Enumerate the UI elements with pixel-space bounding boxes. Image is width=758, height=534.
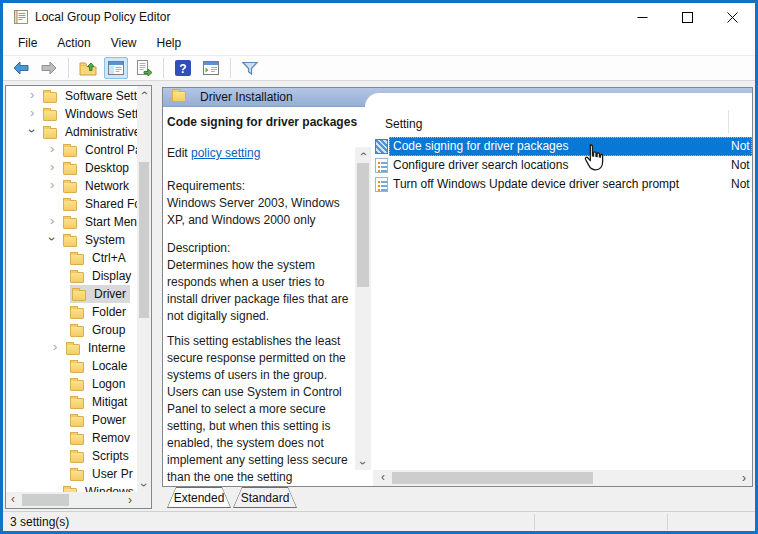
tree-item-power-management[interactable]: Power bbox=[6, 411, 137, 429]
toolbar-separator bbox=[68, 58, 69, 78]
tree-item-shared-folders[interactable]: Shared Fol bbox=[6, 195, 137, 213]
tree-item-user-profiles[interactable]: User Pr bbox=[6, 465, 137, 483]
menu-action[interactable]: Action bbox=[47, 33, 100, 53]
forward-icon[interactable] bbox=[37, 57, 61, 79]
folder-icon bbox=[70, 452, 84, 463]
tree-item-network[interactable]: ›Network bbox=[6, 177, 137, 195]
row-state: Not bbox=[731, 175, 750, 194]
tree-item-start-menu[interactable]: ›Start Menu bbox=[6, 213, 137, 231]
status-divider bbox=[667, 514, 668, 530]
selected-row-highlight[interactable]: Code signing for driver packages Not bbox=[389, 137, 752, 156]
folder-icon bbox=[70, 434, 84, 445]
tree-item-windows-settings[interactable]: ›Windows Sett bbox=[6, 105, 137, 123]
tab-extended[interactable]: Extended bbox=[167, 487, 231, 508]
minimize-button[interactable] bbox=[620, 3, 665, 31]
scroll-down-arrow[interactable]: › bbox=[356, 456, 370, 470]
maximize-button[interactable] bbox=[665, 3, 710, 31]
tree-item-folder-redirection[interactable]: Folder bbox=[6, 303, 137, 321]
scroll-left-arrow[interactable]: › bbox=[6, 493, 20, 507]
scroll-up-arrow[interactable]: › bbox=[356, 147, 370, 161]
export-list-icon[interactable] bbox=[132, 57, 156, 79]
folder-icon bbox=[70, 308, 84, 319]
description-paragraph-1: Description: Determines how the system r… bbox=[167, 240, 353, 325]
filter-icon[interactable] bbox=[238, 57, 262, 79]
toolbar-separator bbox=[230, 58, 231, 78]
tree-item-software-settings[interactable]: ›Software Setti bbox=[6, 87, 137, 105]
menu-view[interactable]: View bbox=[101, 33, 147, 53]
setting-column-header[interactable]: Setting bbox=[385, 117, 422, 131]
tree-item-display[interactable]: Display bbox=[6, 267, 137, 285]
up-one-level-icon[interactable] bbox=[76, 57, 100, 79]
folder-icon bbox=[63, 236, 77, 247]
scroll-up-arrow[interactable]: › bbox=[137, 86, 151, 100]
chevron-right-icon[interactable]: › bbox=[50, 180, 63, 190]
folder-icon bbox=[63, 200, 77, 211]
tree-vertical-scrollbar[interactable]: › › bbox=[137, 86, 151, 492]
tree-item-desktop[interactable]: ›Desktop bbox=[6, 159, 137, 177]
row-state: Not bbox=[731, 156, 750, 175]
folder-icon bbox=[72, 290, 86, 301]
close-button[interactable] bbox=[710, 3, 755, 31]
list-row-turn-off-wu-prompt[interactable]: Turn off Windows Update device driver se… bbox=[373, 175, 752, 194]
chevron-down-icon[interactable]: › bbox=[50, 234, 63, 244]
chevron-right-icon[interactable]: › bbox=[50, 144, 63, 154]
scroll-right-arrow[interactable]: › bbox=[123, 493, 137, 507]
scroll-down-arrow[interactable]: › bbox=[137, 478, 151, 492]
tree-item-control-panel[interactable]: ›Control Pa bbox=[6, 141, 137, 159]
chevron-down-icon[interactable]: › bbox=[30, 126, 43, 136]
chevron-right-icon[interactable]: › bbox=[50, 162, 63, 172]
edit-policy-setting-link[interactable]: policy setting bbox=[191, 146, 260, 160]
tree-item-group-policy[interactable]: Group bbox=[6, 321, 137, 339]
show-action-pane-icon[interactable] bbox=[199, 57, 223, 79]
row-state: Not bbox=[731, 137, 750, 156]
results-pane: Driver Installation Code signing for dri… bbox=[162, 87, 753, 487]
back-icon[interactable] bbox=[9, 57, 33, 79]
scrollbar-thumb[interactable] bbox=[357, 163, 369, 287]
help-icon[interactable]: ? bbox=[171, 57, 195, 79]
tree-item-administrative-templates[interactable]: ›Administrative bbox=[6, 123, 137, 141]
folder-icon bbox=[43, 110, 57, 121]
scrollbar-thumb[interactable] bbox=[392, 472, 593, 484]
local-group-policy-editor-window: Local Group Policy Editor File Action Vi… bbox=[0, 0, 758, 534]
scrollbar-thumb[interactable] bbox=[139, 162, 149, 318]
menu-help[interactable]: Help bbox=[147, 33, 192, 53]
menu-file[interactable]: File bbox=[8, 33, 47, 53]
folder-icon bbox=[70, 362, 84, 373]
tree-item-locale-services[interactable]: Locale bbox=[6, 357, 137, 375]
chevron-right-icon[interactable]: › bbox=[53, 342, 66, 352]
list-horizontal-scrollbar[interactable]: › › bbox=[373, 470, 752, 486]
folder-icon bbox=[43, 128, 57, 139]
folder-icon bbox=[70, 470, 84, 481]
svg-text:?: ? bbox=[179, 62, 186, 76]
scrollbar-corner bbox=[137, 492, 151, 508]
list-row-code-signing[interactable]: Code signing for driver packages Not bbox=[373, 137, 752, 156]
edit-policy-line: Edit policy setting bbox=[167, 146, 353, 160]
tree-horizontal-scrollbar[interactable]: › › bbox=[6, 492, 137, 508]
detail-vertical-scrollbar[interactable]: › › bbox=[355, 147, 371, 470]
folder-icon bbox=[172, 91, 186, 102]
column-divider[interactable] bbox=[728, 110, 729, 133]
folder-icon bbox=[70, 254, 84, 265]
chevron-right-icon[interactable]: › bbox=[50, 216, 63, 226]
tree-item-mitigation-options[interactable]: Mitigat bbox=[6, 393, 137, 411]
tree-item-logon[interactable]: Logon bbox=[6, 375, 137, 393]
scroll-right-arrow[interactable]: › bbox=[737, 471, 751, 485]
folder-icon bbox=[66, 344, 80, 355]
tree-item-system[interactable]: ›System bbox=[6, 231, 137, 249]
list-row-configure-search[interactable]: Configure driver search locations Not bbox=[373, 156, 752, 175]
chevron-right-icon[interactable]: › bbox=[30, 108, 43, 118]
tree-item-internet-communication[interactable]: ›Interne bbox=[6, 339, 137, 357]
tree-item-windows-components[interactable]: Windows bbox=[6, 483, 137, 492]
tree-item-removable-storage[interactable]: Remov bbox=[6, 429, 137, 447]
show-console-tree-icon[interactable] bbox=[104, 57, 128, 79]
tree-item-scripts[interactable]: Scripts bbox=[6, 447, 137, 465]
scrollbar-thumb[interactable] bbox=[22, 494, 69, 506]
tree-item-ctrl-alt-del[interactable]: Ctrl+A bbox=[6, 249, 137, 267]
folder-icon bbox=[63, 182, 77, 193]
chevron-right-icon[interactable]: › bbox=[30, 90, 43, 100]
tab-standard[interactable]: Standard bbox=[233, 487, 297, 508]
scroll-left-arrow[interactable]: › bbox=[376, 471, 390, 485]
status-divider bbox=[534, 514, 535, 530]
status-text: 3 setting(s) bbox=[10, 512, 69, 531]
tree-item-driver-installation[interactable]: Driver bbox=[6, 285, 137, 303]
